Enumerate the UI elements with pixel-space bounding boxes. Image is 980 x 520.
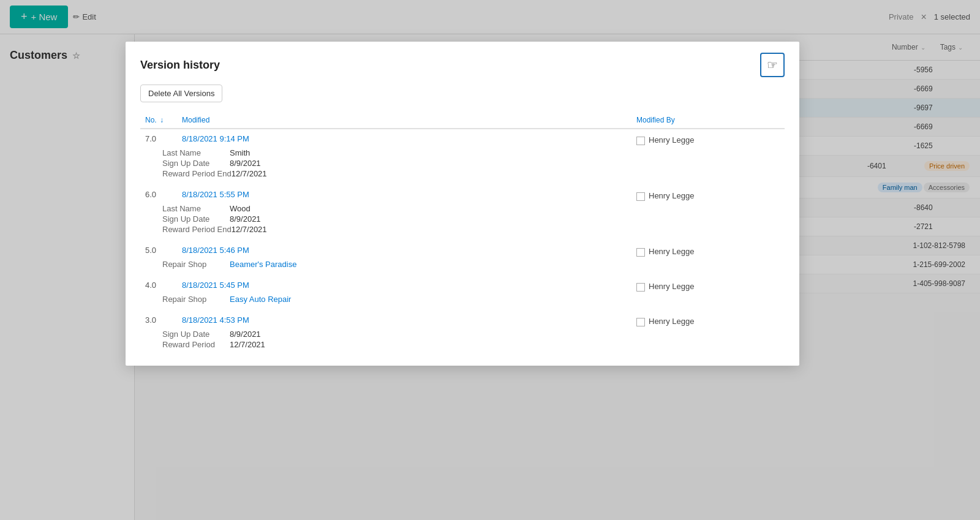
detail-value: 8/9/2021	[230, 330, 261, 339]
modal-body: Delete All Versions No. ↓ Modified	[126, 85, 799, 366]
detail-value: Wood	[230, 204, 251, 213]
version-number: 6.0	[140, 185, 177, 203]
version-detail-row: Repair ShopBeamer's Paradise	[140, 259, 785, 269]
version-timestamp[interactable]: 8/18/2021 5:46 PM	[177, 241, 631, 259]
version-modified-by: Henry Legge	[631, 185, 785, 203]
version-detail-row: Sign Up Date8/9/2021	[140, 158, 785, 168]
version-spacer	[140, 235, 785, 241]
detail-value: 8/9/2021	[230, 214, 261, 224]
detail-value[interactable]: Easy Auto Repair	[230, 295, 291, 304]
version-timestamp[interactable]: 8/18/2021 5:45 PM	[177, 276, 631, 294]
version-detail-row: Repair ShopEasy Auto Repair	[140, 294, 785, 304]
version-spacer	[140, 179, 785, 185]
version-detail-cell: Reward Period End12/7/2021	[140, 224, 785, 235]
version-row: 6.08/18/2021 5:55 PMHenry Legge	[140, 185, 785, 203]
modifier-name: Henry Legge	[649, 247, 694, 256]
version-timestamp[interactable]: 8/18/2021 5:55 PM	[177, 185, 631, 203]
version-history-table: No. ↓ Modified Modified By	[140, 112, 785, 356]
version-row: 4.08/18/2021 5:45 PMHenry Legge	[140, 276, 785, 294]
version-detail-row: Sign Up Date8/9/2021	[140, 329, 785, 339]
version-detail-cell: Sign Up Date8/9/2021	[140, 214, 785, 224]
version-checkbox[interactable]	[636, 137, 645, 145]
detail-value: Smith	[230, 148, 250, 157]
version-detail-row: Reward Period End12/7/2021	[140, 224, 785, 235]
detail-label: Sign Up Date	[162, 214, 230, 224]
detail-label: Sign Up Date	[162, 330, 230, 339]
version-detail-cell: Reward Period End12/7/2021	[140, 168, 785, 179]
detail-label: Repair Shop	[162, 295, 230, 304]
version-detail-cell: Last NameSmith	[140, 148, 785, 158]
detail-label: Repair Shop	[162, 260, 230, 269]
detail-label: Last Name	[162, 204, 230, 213]
version-detail-cell: Repair ShopEasy Auto Repair	[140, 294, 785, 304]
version-timestamp[interactable]: 8/18/2021 4:53 PM	[177, 311, 631, 329]
modal-close-button[interactable]: ☞	[760, 53, 785, 77]
version-detail-cell: Sign Up Date8/9/2021	[140, 158, 785, 168]
version-modified-by: Henry Legge	[631, 311, 785, 329]
version-checkbox[interactable]	[636, 318, 645, 326]
version-modified-by: Henry Legge	[631, 129, 785, 148]
version-detail-cell: Last NameWood	[140, 203, 785, 214]
modal-scroll-area[interactable]: No. ↓ Modified Modified By	[140, 112, 785, 356]
version-history-modal: Version history ☞ Delete All Versions No…	[126, 42, 799, 366]
modifier-name: Henry Legge	[649, 282, 694, 291]
version-checkbox[interactable]	[636, 192, 645, 201]
table-header-row: No. ↓ Modified Modified By	[140, 112, 785, 129]
version-detail-cell: Sign Up Date8/9/2021	[140, 329, 785, 339]
version-spacer	[140, 269, 785, 276]
version-row: 7.08/18/2021 9:14 PMHenry Legge	[140, 129, 785, 148]
detail-label: Reward Period End	[162, 169, 232, 178]
cursor-icon: ☞	[767, 58, 778, 72]
detail-value: 12/7/2021	[230, 340, 265, 349]
version-detail-cell: Reward Period12/7/2021	[140, 339, 785, 350]
version-spacer	[140, 304, 785, 311]
version-detail-row: Sign Up Date8/9/2021	[140, 214, 785, 224]
version-detail-row: Last NameSmith	[140, 148, 785, 158]
version-detail-row: Reward Period End12/7/2021	[140, 168, 785, 179]
background-page: + + New ✏ Edit Private × 1 selected Cust…	[0, 0, 980, 520]
detail-label: Reward Period End	[162, 225, 232, 234]
detail-label: Reward Period	[162, 340, 230, 349]
version-spacer	[140, 350, 785, 356]
detail-value[interactable]: Beamer's Paradise	[230, 260, 296, 269]
sort-arrow-icon: ↓	[160, 116, 164, 124]
modifier-name: Henry Legge	[649, 317, 694, 326]
detail-label: Last Name	[162, 148, 230, 157]
detail-value: 8/9/2021	[230, 159, 261, 168]
detail-value: 12/7/2021	[232, 225, 267, 234]
version-number: 5.0	[140, 241, 177, 259]
version-detail-row: Reward Period12/7/2021	[140, 339, 785, 350]
version-number: 4.0	[140, 276, 177, 294]
delete-all-versions-button[interactable]: Delete All Versions	[140, 85, 222, 102]
detail-value: 12/7/2021	[232, 169, 267, 178]
version-checkbox[interactable]	[636, 248, 645, 257]
version-checkbox[interactable]	[636, 283, 645, 292]
version-row: 3.08/18/2021 4:53 PMHenry Legge	[140, 311, 785, 329]
version-detail-row: Last NameWood	[140, 203, 785, 214]
detail-label: Sign Up Date	[162, 159, 230, 168]
col-no-header[interactable]: No. ↓	[140, 112, 177, 129]
version-modified-by: Henry Legge	[631, 241, 785, 259]
version-history-tbody: 7.08/18/2021 9:14 PMHenry LeggeLast Name…	[140, 129, 785, 356]
version-detail-cell: Repair ShopBeamer's Paradise	[140, 259, 785, 269]
version-modified-by: Henry Legge	[631, 276, 785, 294]
version-row: 5.08/18/2021 5:46 PMHenry Legge	[140, 241, 785, 259]
col-modified-header[interactable]: Modified	[177, 112, 631, 129]
modifier-name: Henry Legge	[649, 191, 694, 200]
modifier-name: Henry Legge	[649, 135, 694, 145]
version-number: 3.0	[140, 311, 177, 329]
version-timestamp[interactable]: 8/18/2021 9:14 PM	[177, 129, 631, 148]
col-modified-by-header: Modified By	[631, 112, 785, 129]
version-number: 7.0	[140, 129, 177, 148]
modal-header: Version history ☞	[126, 42, 799, 85]
modal-title: Version history	[140, 59, 220, 72]
